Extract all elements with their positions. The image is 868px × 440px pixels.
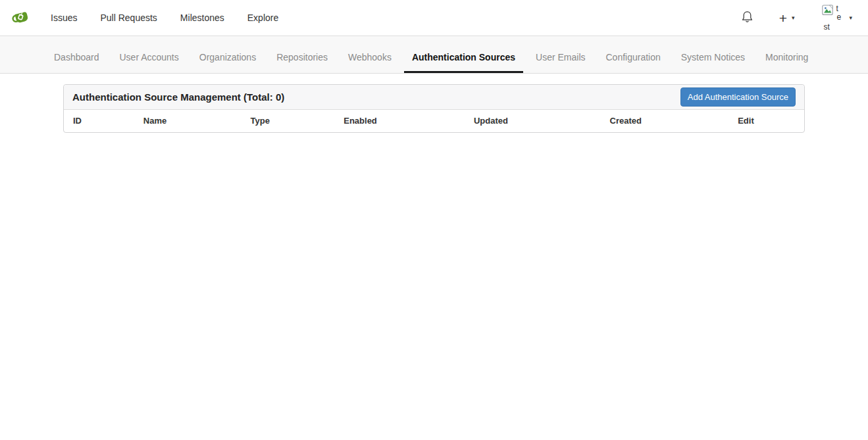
tab-authentication-sources[interactable]: Authentication Sources xyxy=(404,44,523,73)
panel-header: Authentication Source Management (Total:… xyxy=(64,85,804,110)
gitea-logo-icon xyxy=(11,7,30,29)
nav-pull-requests[interactable]: Pull Requests xyxy=(100,12,157,23)
column-header-name: Name xyxy=(134,110,242,132)
tab-monitoring[interactable]: Monitoring xyxy=(757,44,816,73)
auth-source-panel: Authentication Source Management (Total:… xyxy=(63,84,805,133)
caret-down-icon: ▾ xyxy=(792,15,795,21)
main-content: Authentication Source Management (Total:… xyxy=(0,74,868,133)
auth-sources-table: ID Name Type Enabled Updated Created Edi… xyxy=(64,110,804,132)
add-authentication-source-button[interactable]: Add Authentication Source xyxy=(680,87,796,107)
avatar-alt-text: e xyxy=(836,12,841,22)
bell-icon xyxy=(742,11,753,26)
column-header-created: Created xyxy=(601,110,729,132)
tab-repositories[interactable]: Repositories xyxy=(268,44,336,73)
column-header-updated: Updated xyxy=(465,110,601,132)
notifications-button[interactable] xyxy=(742,11,753,26)
tab-configuration[interactable]: Configuration xyxy=(598,44,669,73)
tab-webhooks[interactable]: Webhooks xyxy=(340,44,399,73)
page-title: Authentication Source Management (Total:… xyxy=(72,91,284,103)
avatar-alt-text: t xyxy=(836,4,838,13)
create-new-dropdown[interactable]: + ▾ xyxy=(779,11,795,25)
topnav-right: + ▾ t e st ▾ xyxy=(742,2,852,34)
tab-organizations[interactable]: Organizations xyxy=(191,44,264,73)
nav-explore[interactable]: Explore xyxy=(247,12,278,23)
avatar: t e st xyxy=(822,5,843,34)
caret-down-icon: ▾ xyxy=(849,15,852,21)
avatar-alt-text: st xyxy=(823,22,829,32)
nav-milestones[interactable]: Milestones xyxy=(180,12,224,23)
tab-dashboard[interactable]: Dashboard xyxy=(46,44,107,73)
column-header-enabled: Enabled xyxy=(334,110,465,132)
main-nav: Issues Pull Requests Milestones Explore xyxy=(51,12,278,23)
user-menu-dropdown[interactable]: t e st ▾ xyxy=(822,2,852,34)
plus-icon: + xyxy=(779,11,787,25)
tab-system-notices[interactable]: System Notices xyxy=(673,44,753,73)
admin-tab-bar: Dashboard User Accounts Organizations Re… xyxy=(0,36,868,74)
column-header-id: ID xyxy=(64,110,134,132)
column-header-type: Type xyxy=(242,110,335,132)
table-header-row: ID Name Type Enabled Updated Created Edi… xyxy=(64,110,804,132)
tab-user-emails[interactable]: User Emails xyxy=(528,44,593,73)
top-navbar: Issues Pull Requests Milestones Explore … xyxy=(0,0,868,36)
home-logo-link[interactable] xyxy=(11,7,30,29)
column-header-edit: Edit xyxy=(728,110,804,132)
nav-issues[interactable]: Issues xyxy=(51,12,77,23)
tab-user-accounts[interactable]: User Accounts xyxy=(112,44,187,73)
broken-image-icon xyxy=(822,5,834,18)
